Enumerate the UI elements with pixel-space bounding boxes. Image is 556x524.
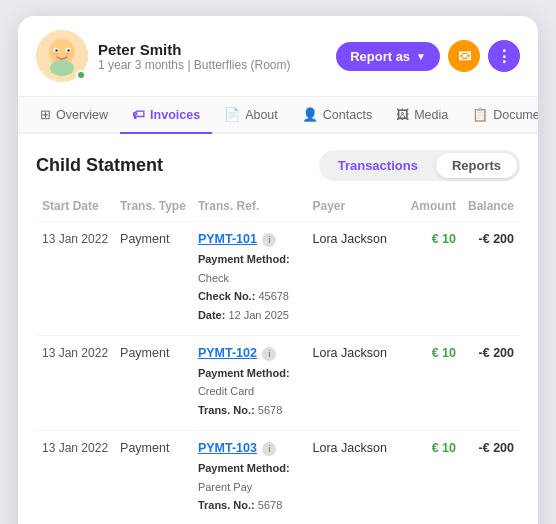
tab-media-label: Media — [414, 108, 448, 122]
documents-icon: 📋 — [472, 107, 488, 122]
svg-point-5 — [67, 49, 69, 51]
tab-overview[interactable]: ⊞ Overview — [28, 97, 120, 134]
cell-date: 13 Jan 2022 — [36, 430, 114, 524]
cell-amount: € 10 — [405, 335, 462, 430]
cell-date: 13 Jan 2022 — [36, 222, 114, 336]
view-toggle: Transactions Reports — [319, 150, 520, 181]
svg-point-7 — [66, 53, 70, 55]
col-trans-ref: Trans. Ref. — [192, 195, 307, 222]
tab-media[interactable]: 🖼 Media — [384, 97, 460, 134]
tab-about-label: About — [245, 108, 278, 122]
nav-tabs: ⊞ Overview 🏷 Invoices 📄 About 👤 Contacts… — [18, 97, 538, 134]
cell-amount: € 10 — [405, 222, 462, 336]
section-title: Child Statment — [36, 155, 163, 176]
section-header: Child Statment Transactions Reports — [36, 150, 520, 181]
reports-toggle[interactable]: Reports — [436, 153, 517, 178]
tab-invoices[interactable]: 🏷 Invoices — [120, 97, 212, 134]
tab-contacts-label: Contacts — [323, 108, 372, 122]
tab-about[interactable]: 📄 About — [212, 97, 290, 134]
svg-point-6 — [54, 53, 58, 55]
message-icon: ✉ — [458, 47, 471, 66]
cell-date: 13 Jan 2022 — [36, 335, 114, 430]
avatar-wrap — [36, 30, 88, 82]
ref-details: Payment Method: Parent PayTrans. No.: 56… — [198, 459, 301, 515]
media-icon: 🖼 — [396, 107, 409, 122]
ref-details: Payment Method: Credit CardTrans. No.: 5… — [198, 364, 301, 420]
cell-ref: PYMT-103 i Payment Method: Parent PayTra… — [192, 430, 307, 524]
table-header: Start Date Trans. Type Trans. Ref. Payer… — [36, 195, 520, 222]
message-button[interactable]: ✉ — [448, 40, 480, 72]
cell-amount: € 10 — [405, 430, 462, 524]
profile-info: Peter Smith 1 year 3 months | Butterflie… — [98, 41, 326, 72]
cell-payer: Lora Jackson — [306, 222, 404, 336]
ref-link[interactable]: PYMT-103 — [198, 441, 257, 455]
tab-documents[interactable]: 📋 Documents — [460, 97, 538, 134]
ref-details: Payment Method: CheckCheck No.: 45678Dat… — [198, 250, 301, 325]
ref-link[interactable]: PYMT-101 — [198, 232, 257, 246]
cell-ref: PYMT-101 i Payment Method: CheckCheck No… — [192, 222, 307, 336]
ref-link[interactable]: PYMT-102 — [198, 346, 257, 360]
online-indicator — [76, 70, 86, 80]
info-icon[interactable]: i — [262, 442, 276, 456]
col-trans-type: Trans. Type — [114, 195, 192, 222]
profile-name: Peter Smith — [98, 41, 326, 58]
report-as-label: Report as — [350, 49, 410, 64]
about-icon: 📄 — [224, 107, 240, 122]
tab-invoices-label: Invoices — [150, 108, 200, 122]
header-actions: Report as ▼ ✉ ⋮ — [336, 40, 520, 72]
cell-type: Payment — [114, 335, 192, 430]
transactions-toggle[interactable]: Transactions — [322, 153, 434, 178]
more-options-button[interactable]: ⋮ — [488, 40, 520, 72]
cell-type: Payment — [114, 430, 192, 524]
invoices-icon: 🏷 — [132, 107, 145, 122]
overview-icon: ⊞ — [40, 107, 51, 122]
tab-contacts[interactable]: 👤 Contacts — [290, 97, 384, 134]
transactions-table-wrap: Start Date Trans. Type Trans. Ref. Payer… — [36, 195, 520, 524]
cell-payer: Lora Jackson — [306, 335, 404, 430]
tab-documents-label: Documents — [493, 108, 538, 122]
table-row: 13 Jan 2022 Payment PYMT-101 i Payment M… — [36, 222, 520, 336]
col-amount: Amount — [405, 195, 462, 222]
info-icon[interactable]: i — [262, 233, 276, 247]
ellipsis-icon: ⋮ — [496, 47, 512, 66]
table-body: 13 Jan 2022 Payment PYMT-101 i Payment M… — [36, 222, 520, 525]
cell-balance: -€ 200 — [462, 335, 520, 430]
profile-header: Peter Smith 1 year 3 months | Butterflie… — [18, 16, 538, 97]
contacts-icon: 👤 — [302, 107, 318, 122]
table-row: 13 Jan 2022 Payment PYMT-102 i Payment M… — [36, 335, 520, 430]
info-icon[interactable]: i — [262, 347, 276, 361]
svg-point-4 — [55, 49, 57, 51]
col-start-date: Start Date — [36, 195, 114, 222]
col-balance: Balance — [462, 195, 520, 222]
main-content: Child Statment Transactions Reports Star… — [18, 134, 538, 524]
main-card: Peter Smith 1 year 3 months | Butterflie… — [18, 16, 538, 524]
table-row: 13 Jan 2022 Payment PYMT-103 i Payment M… — [36, 430, 520, 524]
dropdown-arrow-icon: ▼ — [416, 51, 426, 62]
transactions-table: Start Date Trans. Type Trans. Ref. Payer… — [36, 195, 520, 524]
cell-balance: -€ 200 — [462, 430, 520, 524]
report-as-button[interactable]: Report as ▼ — [336, 42, 440, 71]
profile-sub: 1 year 3 months | Butterflies (Room) — [98, 58, 326, 72]
cell-ref: PYMT-102 i Payment Method: Credit CardTr… — [192, 335, 307, 430]
col-payer: Payer — [306, 195, 404, 222]
cell-payer: Lora Jackson — [306, 430, 404, 524]
cell-type: Payment — [114, 222, 192, 336]
cell-balance: -€ 200 — [462, 222, 520, 336]
tab-overview-label: Overview — [56, 108, 108, 122]
